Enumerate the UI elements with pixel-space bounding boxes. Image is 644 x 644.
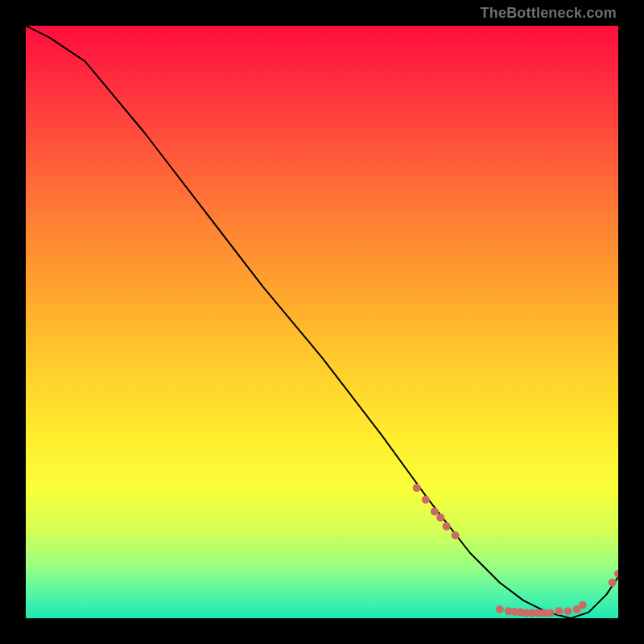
marker-cluster-left	[431, 508, 439, 516]
marker-cluster-right	[609, 579, 617, 587]
marker-cluster-left	[436, 514, 444, 522]
marker-cluster-bottom	[546, 609, 554, 617]
series-curve	[26, 26, 618, 618]
marker-cluster-left	[413, 484, 421, 492]
marker-cluster-bottom	[555, 607, 563, 615]
marker-layer	[413, 484, 618, 617]
curve-layer	[26, 26, 618, 618]
watermark-text: TheBottleneck.com	[481, 5, 617, 22]
chart-svg	[26, 26, 618, 618]
marker-cluster-left	[422, 496, 430, 504]
chart-plot-area	[26, 26, 618, 618]
marker-cluster-bottom	[496, 605, 504, 613]
marker-cluster-left	[452, 531, 460, 539]
marker-cluster-right	[614, 570, 618, 578]
marker-cluster-bottom	[579, 601, 587, 609]
chart-stage: TheBottleneck.com	[0, 0, 644, 644]
marker-cluster-left	[443, 522, 451, 530]
marker-cluster-bottom	[564, 607, 572, 615]
